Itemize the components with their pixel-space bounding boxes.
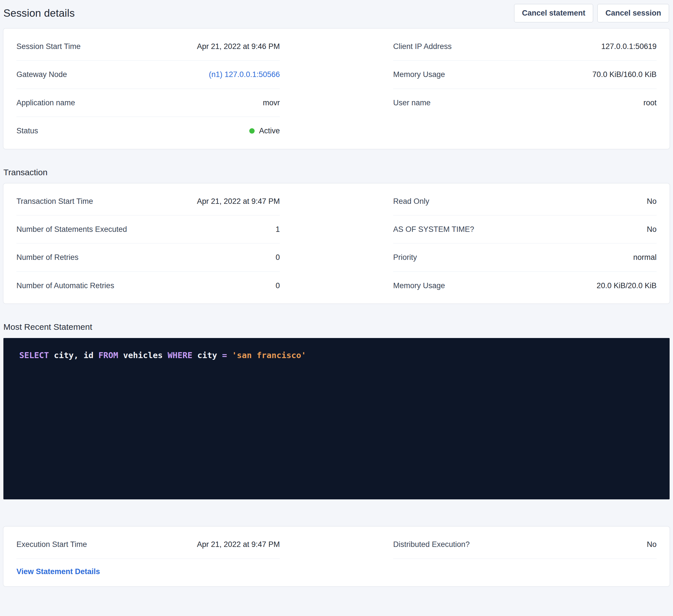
header-actions: Cancel statement Cancel session <box>514 4 669 22</box>
distributed-execution-row: Distributed Execution? No <box>393 531 657 559</box>
row-label: Client IP Address <box>393 42 452 51</box>
sql-statement-box: SELECT city, id FROM vehicles WHERE city… <box>3 338 670 499</box>
page-header: Session details Cancel statement Cancel … <box>3 0 670 29</box>
execution-start-time-row: Execution Start Time Apr 21, 2022 at 9:4… <box>16 531 280 559</box>
row-value: No <box>647 540 657 549</box>
row-value: 20.0 KiB/20.0 KiB <box>597 281 657 290</box>
row-label: Distributed Execution? <box>393 540 470 549</box>
gateway-node-link[interactable]: (n1) 127.0.0.1:50566 <box>209 70 280 79</box>
transaction-section-heading: Transaction <box>3 168 670 177</box>
transaction-memory-usage-row: Memory Usage 20.0 KiB/20.0 KiB <box>393 272 657 300</box>
as-of-system-time-row: AS OF SYSTEM TIME? No <box>393 216 657 244</box>
execution-card-left-column: Execution Start Time Apr 21, 2022 at 9:4… <box>16 531 280 582</box>
status-row: Status Active <box>16 117 280 145</box>
row-value: Apr 21, 2022 at 9:47 PM <box>197 540 280 549</box>
session-start-time-row: Session Start Time Apr 21, 2022 at 9:46 … <box>16 33 280 61</box>
transaction-card-left-column: Transaction Start Time Apr 21, 2022 at 9… <box>16 188 280 300</box>
row-value: normal <box>633 253 657 262</box>
row-label: Status <box>16 126 38 135</box>
session-memory-usage-row: Memory Usage 70.0 KiB/160.0 KiB <box>393 61 657 89</box>
sql-token-keyword: WHERE <box>168 350 192 360</box>
view-statement-details-link[interactable]: View Statement Details <box>16 567 100 576</box>
row-label: User name <box>393 98 431 107</box>
read-only-row: Read Only No <box>393 188 657 216</box>
sql-token-plain: city, id <box>49 350 98 360</box>
row-label: Gateway Node <box>16 70 67 79</box>
sql-token-keyword: = <box>222 350 232 360</box>
automatic-retries-row: Number of Automatic Retries 0 <box>16 272 280 300</box>
row-label: Memory Usage <box>393 70 445 79</box>
session-details-page: Session details Cancel statement Cancel … <box>0 0 673 593</box>
transaction-card: Transaction Start Time Apr 21, 2022 at 9… <box>3 184 670 304</box>
row-label: Transaction Start Time <box>16 197 93 206</box>
execution-card: Execution Start Time Apr 21, 2022 at 9:4… <box>3 527 670 586</box>
row-value: Apr 21, 2022 at 9:47 PM <box>197 197 280 206</box>
view-statement-details-row: View Statement Details <box>16 559 280 582</box>
application-name-row: Application name movr <box>16 89 280 117</box>
client-ip-row: Client IP Address 127.0.0.1:50619 <box>393 33 657 61</box>
number-of-retries-row: Number of Retries 0 <box>16 244 280 272</box>
row-label: Number of Automatic Retries <box>16 281 114 290</box>
row-value: 1 <box>276 225 280 234</box>
row-value: root <box>643 98 657 107</box>
row-label: Execution Start Time <box>16 540 87 549</box>
row-value: 127.0.0.1:50619 <box>601 42 657 51</box>
statements-executed-row: Number of Statements Executed 1 <box>16 216 280 244</box>
row-value: No <box>647 197 657 206</box>
row-label: Read Only <box>393 197 429 206</box>
status-badge: Active <box>249 126 280 135</box>
status-active-dot <box>249 128 255 133</box>
row-label: Number of Retries <box>16 253 78 262</box>
row-label: AS OF SYSTEM TIME? <box>393 225 474 234</box>
transaction-card-right-column: Read Only No AS OF SYSTEM TIME? No Prior… <box>393 188 657 300</box>
transaction-start-time-row: Transaction Start Time Apr 21, 2022 at 9… <box>16 188 280 216</box>
row-label: Priority <box>393 253 417 262</box>
row-value: movr <box>263 98 280 107</box>
gateway-node-row: Gateway Node (n1) 127.0.0.1:50566 <box>16 61 280 89</box>
sql-token-keyword: SELECT <box>19 350 49 360</box>
status-text: Active <box>259 126 280 135</box>
cancel-statement-button[interactable]: Cancel statement <box>514 4 594 22</box>
execution-card-right-column: Distributed Execution? No <box>393 531 657 559</box>
sql-token-plain: vehicles <box>118 350 168 360</box>
user-name-row: User name root <box>393 89 657 117</box>
row-label: Session Start Time <box>16 42 81 51</box>
row-value: No <box>647 225 657 234</box>
row-value: 0 <box>276 253 280 262</box>
row-label: Application name <box>16 98 75 107</box>
row-label: Number of Statements Executed <box>16 225 127 234</box>
sql-token-string: 'san francisco' <box>232 350 306 360</box>
cancel-session-button[interactable]: Cancel session <box>597 4 669 22</box>
priority-row: Priority normal <box>393 244 657 272</box>
most-recent-statement-heading: Most Recent Statement <box>3 322 670 332</box>
sql-token-keyword: FROM <box>98 350 118 360</box>
sql-token-plain: city <box>192 350 222 360</box>
page-title: Session details <box>3 7 75 19</box>
row-label: Memory Usage <box>393 281 445 290</box>
session-card-left-column: Session Start Time Apr 21, 2022 at 9:46 … <box>16 33 280 145</box>
session-summary-card: Session Start Time Apr 21, 2022 at 9:46 … <box>3 29 670 149</box>
row-value: Apr 21, 2022 at 9:46 PM <box>197 42 280 51</box>
session-card-right-column: Client IP Address 127.0.0.1:50619 Memory… <box>393 33 657 117</box>
row-value: 0 <box>276 281 280 290</box>
row-value: 70.0 KiB/160.0 KiB <box>592 70 657 79</box>
